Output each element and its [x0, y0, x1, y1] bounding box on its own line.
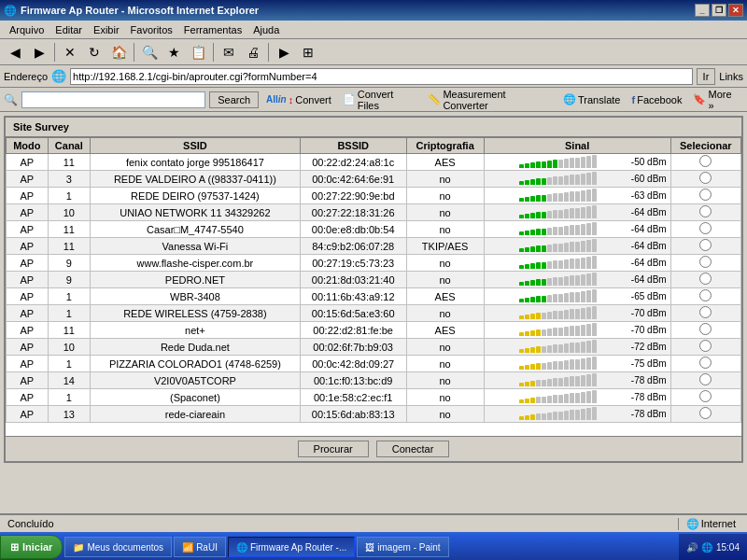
cell-modo: AP: [7, 171, 49, 188]
cell-cript: AES: [406, 154, 484, 171]
cell-modo: AP: [7, 288, 49, 305]
forward-button[interactable]: ▶: [28, 41, 50, 63]
signal-cell: -78 dBm: [484, 389, 670, 406]
address-input[interactable]: [70, 68, 692, 85]
menu-editar[interactable]: Editar: [49, 22, 88, 37]
paint-icon: 🖼: [365, 542, 374, 553]
select-cell[interactable]: [670, 356, 740, 372]
table-row: AP1(Spaconet)00:1e:58:c2:ec:f1no -78 dBm: [7, 389, 741, 406]
windows-logo: ⊞: [10, 541, 19, 553]
cell-bssid: 00:0e:e8:db:0b:54: [300, 221, 406, 238]
more-link[interactable]: 🔖 More »: [689, 88, 743, 112]
select-cell[interactable]: [670, 272, 740, 288]
convert-files-label: Convert Files: [358, 89, 417, 111]
stop-button[interactable]: ✕: [59, 41, 81, 63]
cell-cript: no: [406, 406, 484, 423]
menu-ajuda[interactable]: Ajuda: [247, 22, 285, 37]
time-display: 15:04: [716, 542, 740, 553]
cell-cript: AES: [406, 288, 484, 305]
favorites-button[interactable]: ★: [162, 41, 185, 63]
cell-ssid: UNIAO NETWORK 11 34329262: [91, 204, 301, 221]
cell-modo: AP: [7, 389, 49, 406]
cell-canal: 1: [48, 389, 90, 406]
cell-cript: no: [406, 305, 484, 322]
menu-exibir[interactable]: Exibir: [88, 22, 125, 37]
cell-bssid: 00:15:6d:5a:e3:60: [300, 305, 406, 322]
taskbar: ⊞ Iniciar 📁 Meus documentos 📶 RaUI 🌐 Fir…: [0, 532, 747, 560]
task-paint[interactable]: 🖼 imagem - Paint: [357, 537, 448, 557]
select-cell[interactable]: [670, 204, 740, 221]
col-cript: Criptografia: [406, 138, 484, 154]
survey-table: Modo Canal SSID BSSID Criptografia Sinal…: [6, 137, 741, 423]
cell-bssid: 00:11:6b:43:a9:12: [300, 288, 406, 305]
history-button[interactable]: 📋: [187, 41, 209, 63]
select-cell[interactable]: [670, 238, 740, 255]
cell-canal: 11: [48, 154, 90, 171]
col-modo: Modo: [7, 138, 49, 154]
signal-cell: -50 dBm: [484, 154, 670, 171]
address-icon: 🌐: [51, 69, 66, 83]
select-cell[interactable]: [670, 322, 740, 339]
select-cell[interactable]: [670, 171, 740, 188]
signal-cell: -70 dBm: [484, 322, 670, 339]
search-toolbar-button[interactable]: 🔍: [138, 41, 161, 63]
cell-modo: AP: [7, 372, 49, 389]
cell-canal: 10: [48, 339, 90, 356]
measurement-link[interactable]: 📏 Measurement Converter: [424, 88, 556, 112]
table-row: AP1PIZZARIA COLORADO1 (4748-6259)00:0c:4…: [7, 356, 741, 372]
col-canal: Canal: [48, 138, 90, 154]
col-sinal: Sinal: [484, 138, 670, 154]
allin-convert-link[interactable]: Allin ↕ Convert: [262, 93, 335, 106]
signal-cell: -72 dBm: [484, 339, 670, 356]
network-icon: 🌐: [701, 542, 712, 553]
more-label: More »: [708, 89, 740, 111]
restore-button[interactable]: ❐: [712, 4, 726, 17]
facebook-link[interactable]: f Facebook: [627, 93, 685, 106]
media-button[interactable]: ▶: [273, 41, 295, 63]
search-input[interactable]: [21, 91, 205, 108]
signal-cell: -75 dBm: [484, 356, 670, 372]
back-button[interactable]: ◀: [4, 41, 26, 63]
task-firmware[interactable]: 🌐 Firmware Ap Router -...: [228, 537, 355, 557]
table-row: AP13rede-ciareain00:15:6d:ab:83:13no -78…: [7, 406, 741, 423]
select-cell[interactable]: [670, 221, 740, 238]
table-row: AP1WBR-340800:11:6b:43:a9:12AES -65 dBm: [7, 288, 741, 305]
translate-label: Translate: [578, 94, 620, 105]
signal-cell: -78 dBm: [484, 406, 670, 423]
select-cell[interactable]: [670, 406, 740, 423]
cell-bssid: 00:0c:42:8d:09:27: [300, 356, 406, 372]
refresh-button[interactable]: ↻: [83, 41, 106, 63]
home-button[interactable]: 🏠: [107, 41, 130, 63]
menu-ferramentas[interactable]: Ferramentas: [178, 22, 247, 37]
select-cell[interactable]: [670, 188, 740, 204]
window-icon: 🌐: [4, 5, 17, 17]
menu-favoritos[interactable]: Favoritos: [125, 22, 178, 37]
select-cell[interactable]: [670, 255, 740, 272]
procurar-button[interactable]: Procurar: [298, 441, 369, 457]
convert-files-link[interactable]: 📄 Convert Files: [339, 88, 421, 112]
go-button[interactable]: Ir: [697, 68, 716, 85]
task-raui[interactable]: 📶 RaUI: [174, 537, 226, 557]
select-cell[interactable]: [670, 288, 740, 305]
select-cell[interactable]: [670, 339, 740, 356]
task-meus-documentos[interactable]: 📁 Meus documentos: [64, 537, 172, 557]
cell-bssid: 00:15:6d:ab:83:13: [300, 406, 406, 423]
select-cell[interactable]: [670, 389, 740, 406]
select-cell[interactable]: [670, 372, 740, 389]
select-cell[interactable]: [670, 154, 740, 171]
start-button[interactable]: ⊞ Iniciar: [0, 535, 63, 559]
conectar-button[interactable]: Conectar: [376, 441, 450, 457]
survey-table-container[interactable]: Modo Canal SSID BSSID Criptografia Sinal…: [6, 137, 741, 436]
select-cell[interactable]: [670, 305, 740, 322]
minimize-button[interactable]: _: [695, 4, 710, 17]
print-button[interactable]: 🖨: [242, 41, 264, 63]
signal-cell: -64 dBm: [484, 221, 670, 238]
size-button[interactable]: ⊞: [297, 41, 319, 63]
toolbar-separator-1: [54, 43, 55, 62]
close-button[interactable]: ✕: [728, 4, 743, 17]
translate-link[interactable]: 🌐 Translate: [559, 92, 624, 106]
search-bar-icon: 🔍: [4, 93, 18, 106]
mail-button[interactable]: ✉: [218, 41, 240, 63]
search-button[interactable]: Search: [209, 91, 259, 108]
menu-arquivo[interactable]: Arquivo: [4, 22, 49, 37]
